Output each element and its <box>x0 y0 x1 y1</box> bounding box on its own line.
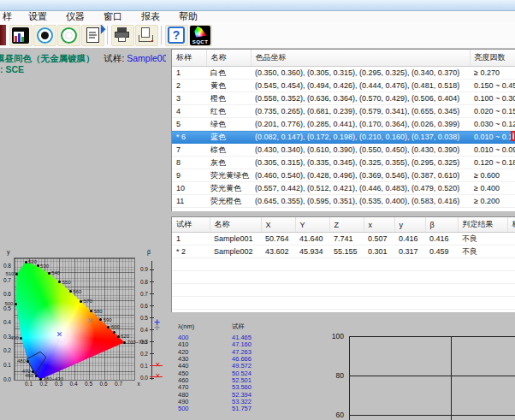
beta-axis-label: β <box>147 249 151 255</box>
y-tick: 0.7 <box>0 277 11 283</box>
table-row[interactable]: * 2Sample00243.60245.93455.1550.3010.317… <box>172 245 515 258</box>
beta-tick-label: 0.2 <box>133 351 148 357</box>
y-tick: 0.1 <box>0 362 11 368</box>
beta-axis-line <box>151 261 152 380</box>
locus-point <box>48 272 50 275</box>
table-row[interactable]: * 6蓝色(0.082, 0.147), (0.172, 0.198), (0.… <box>172 131 515 144</box>
menu-item-4[interactable]: 报表 <box>132 10 169 23</box>
locus-point <box>123 341 126 344</box>
locus-point <box>25 261 27 263</box>
wavelength-label: 470 <box>22 369 31 374</box>
column-header[interactable]: 标样 <box>172 50 206 67</box>
empty-row <box>172 271 515 284</box>
sqct-logo-icon: SQCT <box>190 26 210 45</box>
y-tick: 0.2 <box>0 347 11 353</box>
table-row[interactable]: 8灰色(0.305, 0.315), (0.335, 0.345), (0.32… <box>172 157 515 169</box>
table-row[interactable]: 1白色(0.350, 0.360), (0.305, 0.315), (0.29… <box>172 67 515 80</box>
column-header[interactable]: 亮度因数 <box>470 50 515 67</box>
x-tick: 0.4 <box>68 381 80 387</box>
question-mark-icon: ? <box>168 27 185 44</box>
column-header[interactable]: x <box>364 217 394 233</box>
measurement-mode-text: : SCE <box>0 64 24 74</box>
sample-marker: ✕ <box>87 317 94 325</box>
column-header[interactable]: y <box>394 217 425 233</box>
empty-row <box>172 284 515 297</box>
column-header[interactable]: Y <box>295 217 329 233</box>
x-tick: 0.6 <box>98 381 110 387</box>
wavelength-label: 540 <box>51 270 60 275</box>
x-tick: 0.1 <box>23 381 35 387</box>
tolerance-polygon-layer <box>15 258 134 380</box>
beta-tick <box>150 293 154 294</box>
beta-tick <box>150 378 154 379</box>
table-row[interactable]: 9荧光黄绿色(0.460, 0.540), (0.428, 0.496), (0… <box>172 169 515 182</box>
beta-tick-label: 0.9 <box>133 266 148 272</box>
menu-item-1[interactable]: 设置 <box>19 10 56 23</box>
table-row[interactable]: 7棕色(0.430, 0.340), (0.610, 0.390), (0.55… <box>172 144 515 157</box>
column-header[interactable]: 名称 <box>206 50 251 67</box>
standards-table: 标样名称色品坐标亮度因数 1白色(0.350, 0.360), (0.305, … <box>171 49 515 211</box>
table-row[interactable]: 3橙色(0.558, 0.352), (0.636, 0.364), (0.57… <box>172 92 515 105</box>
standard-description: 膜昼间色（无金属镀膜） 试样: Sample002 <box>0 53 172 65</box>
x-tick: 0.2 <box>38 381 50 387</box>
chart-y-tick: 100 <box>325 332 344 340</box>
wavelength-label: 560 <box>73 289 81 294</box>
table-row[interactable]: 10荧光黄色(0.557, 0.442), (0.512, 0.421), (0… <box>172 182 515 195</box>
report-export-button[interactable] <box>81 25 104 46</box>
column-header[interactable]: X <box>261 217 295 233</box>
beta-tolerance-marker: ✕ <box>155 362 161 369</box>
beta-tick <box>150 305 154 306</box>
target-filled-circle-icon <box>37 27 53 44</box>
document-arrow-icon <box>86 27 99 43</box>
menu-item-3[interactable]: 窗口 <box>94 10 132 23</box>
table-row[interactable]: 2黄色(0.545, 0.454), (0.494, 0.426), (0.44… <box>172 80 515 92</box>
y-tick: 0.3 <box>0 334 11 340</box>
table-row[interactable]: 5绿色(0.201, 0.776), (0.285, 0.441), (0.17… <box>172 118 515 131</box>
menu-item-0[interactable]: 样 <box>0 10 19 23</box>
beta-sample-marker: + <box>154 322 160 333</box>
chart-y-axis-ticks: 1008060 <box>325 328 346 420</box>
column-header[interactable]: 判定结果 <box>458 217 507 233</box>
cie-chromaticity-diagram: 380~430460470480490500510520530540550560… <box>14 257 135 381</box>
locus-point <box>117 335 120 338</box>
measure-standard-button[interactable] <box>33 25 56 46</box>
menu-item-5[interactable]: 帮助 <box>169 10 207 23</box>
x-tick: 0.3 <box>53 381 65 387</box>
column-header[interactable]: Z <box>329 217 364 233</box>
beta-tick-label: 0.3 <box>133 339 148 345</box>
y-tick: 0.4 <box>0 319 11 325</box>
x-tick: 0.7 <box>113 381 125 387</box>
beta-tick-label: 0.4 <box>133 327 148 333</box>
toolbar-separator <box>161 26 162 44</box>
column-header[interactable]: β <box>425 217 458 233</box>
menu-item-2[interactable]: 仪器 <box>56 10 94 23</box>
wavelength-label: 570 <box>84 299 92 304</box>
spectral-row: 50051.757 <box>178 405 323 412</box>
table-row[interactable]: 1Sample00150.76441.6407.7410.5070.4160.4… <box>172 233 515 245</box>
chart-y-tick: 80 <box>325 371 344 380</box>
print-preview-icon <box>138 27 155 43</box>
table-row[interactable]: 4红色(0.735, 0.265), (0.681, 0.239), (0.57… <box>172 105 515 118</box>
column-header[interactable]: 标样 <box>507 217 515 233</box>
spectral-data-list: λ(nm)试样 40041.46541047.16042047.26343046… <box>178 323 323 420</box>
column-header[interactable]: 色品坐标 <box>251 50 470 67</box>
sqct-about-button[interactable]: SQCT <box>189 25 212 46</box>
clipped-toolbar-icon[interactable] <box>0 25 6 45</box>
y-tick: 0.6 <box>0 291 11 297</box>
column-header[interactable]: 名称 <box>210 217 261 233</box>
wavelength-label: 530 <box>40 263 49 269</box>
beta-tick-label: 0.5 <box>133 315 148 321</box>
sample-marker: ✕ <box>56 331 63 339</box>
column-header[interactable]: 试样 <box>172 217 210 233</box>
chart-y-tick: 60 <box>325 411 344 419</box>
measure-sample-button[interactable] <box>57 25 80 46</box>
wavelength-label: 520 <box>28 259 37 264</box>
beta-tick-label: 0.6 <box>133 303 148 309</box>
sqct-logo-text: SQCT <box>190 39 210 44</box>
print-preview-button[interactable] <box>135 25 158 46</box>
color-chart-button[interactable] <box>9 25 33 46</box>
print-button[interactable] <box>111 25 134 46</box>
help-button[interactable]: ? <box>165 25 188 46</box>
table-row[interactable]: 11荧光橙色(0.645, 0.355), (0.595, 0.351), (0… <box>172 195 515 208</box>
beta-tick-label: 0.1 <box>133 363 148 369</box>
